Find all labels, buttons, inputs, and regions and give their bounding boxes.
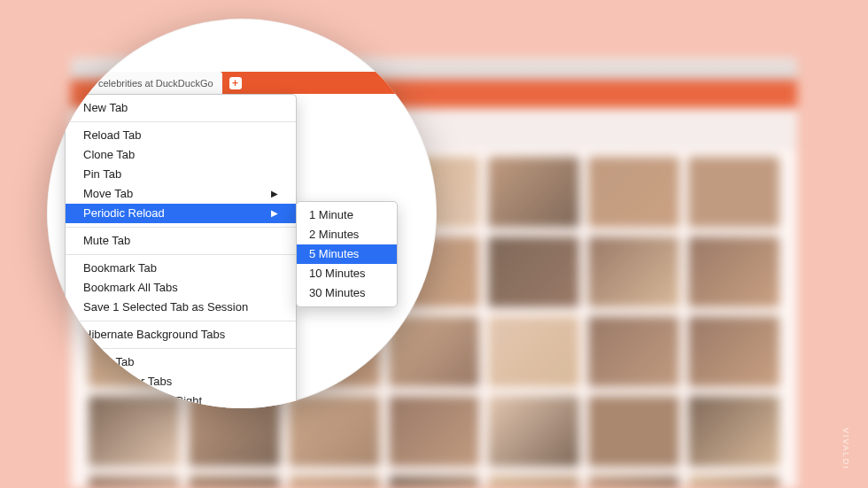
- menu-item-label: Move Tab: [83, 186, 133, 202]
- new-tab-button[interactable]: +: [229, 77, 242, 89]
- vivaldi-watermark: VIVALDI: [841, 428, 850, 470]
- menu-item-bookmark-tab[interactable]: Bookmark Tab: [66, 259, 296, 278]
- menu-separator: [66, 227, 296, 228]
- menu-item-label: Hibernate Background Tabs: [83, 327, 225, 343]
- submenu-item-5-minutes[interactable]: 5 Minutes: [297, 244, 397, 264]
- menu-item-label: Periodic Reload: [83, 205, 165, 221]
- submenu-arrow-icon: ▶: [271, 186, 278, 202]
- menu-item-label: Save 1 Selected Tab as Session: [83, 299, 248, 315]
- submenu-item-1-minute[interactable]: 1 Minute: [297, 205, 397, 225]
- menu-item-reload-tab[interactable]: Reload Tab: [66, 126, 296, 145]
- menu-item-mute-tab[interactable]: Mute Tab: [66, 231, 296, 251]
- submenu-item-30-minutes[interactable]: 30 Minutes: [297, 283, 397, 303]
- submenu-item-10-minutes[interactable]: 10 Minutes: [297, 264, 397, 283]
- menu-item-label: Bookmark All Tabs: [83, 280, 178, 296]
- menu-item-bookmark-all-tabs[interactable]: Bookmark All Tabs: [66, 278, 296, 298]
- menu-item-pin-tab[interactable]: Pin Tab: [66, 165, 296, 184]
- menu-item-save-1-selected-tab-as-session[interactable]: Save 1 Selected Tab as Session: [66, 298, 296, 317]
- menu-separator: [66, 254, 296, 255]
- menu-item-label: New Tab: [83, 100, 128, 116]
- magnified-view: celebrities at DuckDuckGo + New TabReloa…: [47, 19, 437, 408]
- menu-item-label: Mute Tab: [83, 233, 130, 249]
- submenu-arrow-icon: ▶: [271, 205, 278, 221]
- menu-item-label: Pin Tab: [83, 167, 121, 182]
- menu-item-hibernate-background-tabs[interactable]: Hibernate Background Tabs: [66, 325, 296, 345]
- menu-item-move-tab[interactable]: Move Tab▶: [66, 184, 296, 204]
- menu-item-label: Clone Tab: [83, 147, 135, 163]
- tab-strip: celebrities at DuckDuckGo +: [47, 72, 437, 94]
- submenu-item-2-minutes[interactable]: 2 Minutes: [297, 225, 397, 244]
- menu-item-label: Reload Tab: [83, 128, 142, 143]
- menu-separator: [66, 321, 296, 321]
- menu-item-periodic-reload[interactable]: Periodic Reload▶: [66, 204, 296, 223]
- menu-item-new-tab[interactable]: New Tab: [66, 98, 296, 118]
- menu-item-label: Bookmark Tab: [83, 260, 157, 276]
- periodic-reload-submenu: 1 Minute2 Minutes5 Minutes10 Minutes30 M…: [296, 201, 398, 307]
- tab-title: celebrities at DuckDuckGo: [98, 78, 213, 89]
- menu-separator: [66, 121, 296, 122]
- menu-item-clone-tab[interactable]: Clone Tab: [66, 145, 296, 165]
